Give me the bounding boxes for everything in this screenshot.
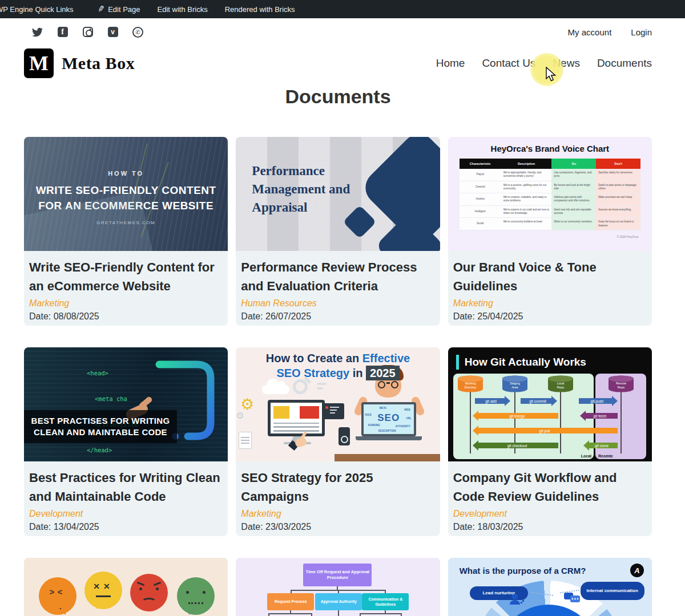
card-title[interactable]: SEO Strategy for 2025 Campaigns	[241, 468, 433, 506]
document-card-seo-content[interactable]: HOW TO WRITE SEO-FRIENDLY CONTENT FOR AN…	[24, 137, 228, 326]
seo-tag: META	[380, 407, 386, 410]
login-link[interactable]: Login	[631, 27, 652, 37]
document-card-performance-review[interactable]: Performance Management and Appraisal Per…	[236, 137, 440, 326]
media-player-icon	[339, 427, 350, 445]
flowchart-node: Communication & Guidelines	[362, 593, 409, 610]
svg-text:Remote: Remote	[616, 382, 626, 385]
brand-logo-icon: A	[630, 564, 644, 577]
nav-item-news[interactable]: News	[553, 57, 580, 70]
facebook-glyph: f	[58, 27, 68, 37]
card-category[interactable]: Marketing	[29, 298, 221, 309]
table-cell: Be honest and look at the bright side	[551, 181, 596, 194]
card-thumbnail: HOW TO WRITE SEO-FRIENDLY CONTENT FOR AN…	[24, 137, 228, 251]
card-title[interactable]: Company Git Workflow and Code Review Gui…	[453, 468, 645, 506]
rendered-with-bricks-button[interactable]: Rendered with Bricks	[225, 5, 295, 14]
card-body: Performance Review Process and Evaluatio…	[236, 251, 440, 322]
card-category[interactable]: Marketing	[453, 298, 645, 309]
card-title[interactable]: Our Brand Voice & Tone Guidelines	[453, 258, 645, 295]
top-bar: f v ✆ My account Login	[0, 18, 685, 46]
svg-text:Repo: Repo	[557, 386, 564, 389]
table-cell: We're community-builders at heart	[501, 218, 552, 230]
instagram-icon[interactable]	[82, 27, 93, 38]
document-card-brand-voice[interactable]: HeyOrca's Brand Voice Chart Characterist…	[448, 137, 652, 326]
twitter-icon[interactable]	[32, 27, 43, 38]
card-category[interactable]: Development	[453, 509, 645, 519]
flowchart-root: Time Off Request and Approval Procedure	[303, 564, 372, 586]
table-header: Don't	[596, 159, 640, 169]
card-date: Date: 18/03/2025	[453, 522, 645, 532]
dash-decoration	[317, 387, 323, 390]
magnifier-icon	[293, 379, 308, 394]
laptop-base	[356, 436, 422, 440]
add-user-icon	[509, 592, 525, 607]
svg-text:Local: Local	[557, 382, 563, 385]
document-card-seo-strategy[interactable]: How to Create an Effective SEO Strategy …	[236, 347, 440, 536]
card-body: Best Practices for Writing Clean and Mai…	[24, 461, 228, 532]
main-nav: Home Contact Us News Documents	[436, 57, 652, 70]
card-date: Date: 08/08/2025	[29, 311, 221, 322]
card-category[interactable]: Marketing	[241, 509, 433, 519]
card-title[interactable]: Performance Review Process and Evaluatio…	[241, 258, 433, 295]
svg-text:git clone: git clone	[595, 444, 609, 448]
thumb-title-bar: How Git Actually Works	[448, 347, 652, 370]
seo-tag: WEB	[404, 408, 410, 411]
card-date: Date: 23/03/2025	[241, 522, 433, 532]
svg-text:Directory: Directory	[464, 386, 476, 389]
card-category[interactable]: Development	[29, 509, 221, 519]
gear-icon: ⚙	[236, 410, 244, 421]
card-thumbnail: Time Off Request and Approval Procedure …	[236, 558, 440, 616]
document-card-clean-code[interactable]: <head> <meta cha <title>title </head> <b…	[24, 347, 228, 536]
table-header: Do	[551, 159, 596, 169]
thumb-site-credit: GRETATHEMES.COM	[24, 220, 228, 225]
title-part: How to Create an	[266, 352, 362, 364]
seo-tag: RANKING	[368, 424, 380, 427]
wp-engine-quick-links[interactable]: WP Engine Quick Links	[0, 5, 74, 14]
thumb-title: Performance Management and Appraisal	[252, 162, 352, 217]
nav-item-documents[interactable]: Documents	[597, 57, 652, 70]
document-card-time-off[interactable]: Time Off Request and Approval Procedure …	[236, 558, 440, 616]
monitor-illustration	[268, 400, 325, 436]
thumb-title: WRITE SEO-FRIENDLY CONTENT FOR AN ECOMME…	[34, 183, 217, 213]
brand-voice-table: Characteristic Description Do Don't Play…	[460, 159, 640, 230]
my-account-link[interactable]: My account	[568, 27, 612, 37]
site-name: Meta Box	[62, 54, 135, 73]
nav-item-home[interactable]: Home	[436, 57, 465, 70]
edit-with-bricks-button[interactable]: Edit with Bricks	[158, 5, 208, 14]
card-title[interactable]: Best Practices for Writing Clean and Mai…	[29, 468, 221, 506]
vimeo-glyph: v	[108, 27, 118, 37]
card-title[interactable]: Write SEO-Friendly Content for an eComme…	[29, 258, 221, 295]
table-cell: Sacrifice clarity for cleverness	[596, 169, 640, 181]
table-cell: Write to our community members	[551, 218, 596, 230]
social-links: f v ✆	[32, 27, 143, 38]
dizzy-bubble-icon: ✕✕	[84, 572, 122, 609]
card-category[interactable]: Human Resources	[241, 298, 433, 309]
card-thumbnail: What is the purpose of a CRM? A Lead nur…	[448, 558, 652, 616]
title-part: in	[349, 367, 366, 379]
document-card-git-workflow[interactable]: How Git Actually Works Working Directory…	[448, 347, 652, 536]
dash-decoration	[317, 383, 327, 385]
worried-bubble-icon	[177, 577, 215, 615]
card-thumbnail: Performance Management and Appraisal	[236, 137, 440, 251]
code-line: <head>	[87, 369, 138, 378]
thumb-copyright: © 2025 HeyOrca	[617, 235, 638, 238]
document-card-feedback[interactable]: ><, ✕✕	[24, 558, 228, 616]
whatsapp-icon[interactable]: ✆	[132, 27, 143, 38]
laptop-illustration: META WEB TAGS URL RANKING AUTHORITY DESC…	[361, 402, 416, 436]
facebook-icon[interactable]: f	[57, 27, 68, 38]
svg-text:git merge: git merge	[509, 414, 525, 419]
edit-page-button[interactable]: ✎ Edit Page	[98, 4, 140, 14]
instagram-glyph	[83, 27, 93, 37]
account-links: My account Login	[568, 27, 652, 37]
document-card-crm[interactable]: What is the purpose of a CRM? A Lead nur…	[448, 558, 652, 616]
seo-tag: DESCRIPTION	[378, 429, 396, 432]
card-date: Date: 26/07/2025	[241, 311, 433, 322]
site-logo[interactable]: M Meta Box	[24, 48, 135, 78]
nav-item-contact-us[interactable]: Contact Us	[482, 57, 535, 70]
thumb-title: How Git Actually Works	[465, 356, 586, 368]
crm-label: Internal communication	[581, 582, 644, 600]
table-cell: We're approachable, friendly, and someti…	[501, 169, 552, 181]
vimeo-icon[interactable]: v	[107, 27, 118, 38]
svg-text:git fetch: git fetch	[593, 414, 606, 419]
svg-text:Reomte: Reomte	[598, 454, 613, 458]
table-cell: Social	[460, 218, 501, 230]
